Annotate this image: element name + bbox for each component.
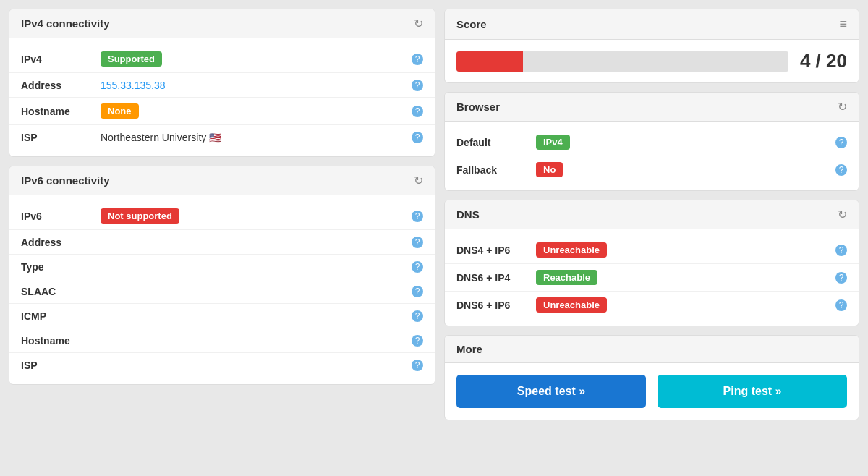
ipv6-slaac-help-icon[interactable] [412,285,423,297]
browser-fallback-value: No [536,162,830,177]
table-row: Type [9,255,435,279]
ipv6-hostname-help-icon[interactable] [412,334,423,347]
browser-card: Browser Default IPv4 Fallback No [444,92,859,191]
ipv6-refresh-icon[interactable] [414,174,423,187]
ipv6-card-body: IPv6 Not supported Address Type [9,195,435,384]
ipv6-address-label: Address [21,237,101,248]
table-row: DNS4 + IP6 Unreachable [445,237,859,264]
ipv6-label: IPv6 [21,211,101,222]
dns-card-body: DNS4 + IP6 Unreachable DNS6 + IP4 Reacha… [445,229,859,326]
ipv4-refresh-icon[interactable] [414,17,423,30]
dns6-ip6-value: Unreachable [536,297,830,313]
dns6-ip6-help-icon[interactable] [835,299,847,311]
dns-refresh-icon[interactable] [838,208,847,221]
ipv6-type-help-icon[interactable] [412,260,423,273]
score-card: Score 4 / 20 [444,9,859,83]
ipv6-icmp-label: ICMP [21,310,101,322]
table-row: IPv4 Supported [9,46,435,73]
more-card: More Speed test » Ping test » [444,335,859,420]
browser-fallback-label: Fallback [456,164,536,176]
score-card-title: Score [456,18,487,30]
ipv6-value: Not supported [101,208,406,224]
left-column: IPv4 connectivity IPv4 Supported Address… [9,9,435,467]
ipv4-hostname-badge: None [101,103,139,119]
ipv6-isp-label: ISP [21,360,101,371]
score-bar-track [456,51,788,72]
table-row: ISP Northeastern University 🇺🇸 [9,125,435,149]
ipv6-icmp-help-icon[interactable] [412,310,423,322]
browser-card-body: Default IPv4 Fallback No [445,122,859,190]
dns4-ip6-label: DNS4 + IP6 [456,245,536,256]
dns4-ip6-badge: Unreachable [536,242,607,258]
ipv4-supported-badge: Supported [101,51,162,67]
dns4-ip6-value: Unreachable [536,242,830,258]
table-row: Address 155.33.135.38 [9,73,435,98]
table-row: DNS6 + IP4 Reachable [445,264,859,292]
dns6-ip4-value: Reachable [536,270,830,285]
table-row: ICMP [9,304,435,328]
browser-default-help-icon[interactable] [835,136,847,148]
dns-card: DNS DNS4 + IP6 Unreachable DNS6 + IP4 Re… [444,200,859,326]
ipv4-hostname-label: Hostname [21,106,101,117]
table-row: IPv6 Not supported [9,203,435,230]
table-row: SLAAC [9,279,435,304]
dns6-ip4-label: DNS6 + IP4 [456,272,536,284]
ipv4-hostname-value: None [101,103,406,119]
dns4-ip6-help-icon[interactable] [835,244,847,256]
ipv6-address-help-icon[interactable] [412,236,423,248]
table-row: ISP [9,353,435,377]
ipv4-address-help-icon[interactable] [412,79,423,91]
browser-card-header: Browser [445,93,859,122]
dns6-ip4-badge: Reachable [536,270,597,285]
ipv4-address-value: 155.33.135.38 [101,80,406,91]
browser-fallback-badge: No [536,162,563,177]
table-row: DNS6 + IP6 Unreachable [445,292,859,318]
score-card-header: Score [445,9,859,40]
dns6-ip6-badge: Unreachable [536,297,607,313]
browser-default-label: Default [456,137,536,148]
ipv6-card: IPv6 connectivity IPv6 Not supported Add… [9,166,435,385]
right-column: Score 4 / 20 Browser Default IPv4 [444,9,859,467]
score-value: 4 / 20 [800,50,847,72]
dns6-ip4-help-icon[interactable] [835,271,847,284]
ipv4-address-link[interactable]: 155.33.135.38 [101,80,166,91]
dns-card-header: DNS [445,200,859,229]
table-row: Hostname None [9,98,435,125]
ping-test-button[interactable]: Ping test » [658,375,847,408]
ipv4-card-title: IPv4 connectivity [21,17,110,30]
score-bar-fill [456,51,523,72]
browser-card-title: Browser [456,101,500,113]
ipv4-value: Supported [101,51,406,67]
ipv6-isp-help-icon[interactable] [412,359,423,371]
table-row: Default IPv4 [445,129,859,156]
browser-default-badge: IPv4 [536,135,570,150]
dns-card-title: DNS [456,208,480,221]
browser-fallback-help-icon[interactable] [835,163,847,176]
speed-test-button[interactable]: Speed test » [456,375,646,408]
ipv6-card-header: IPv6 connectivity [9,166,435,195]
ipv4-address-label: Address [21,80,101,91]
ipv6-hostname-label: Hostname [21,335,101,347]
ipv4-isp-help-icon[interactable] [412,131,423,143]
table-row: Fallback No [445,156,859,183]
ipv4-help-icon[interactable] [412,53,423,65]
table-row: Address [9,230,435,255]
ipv4-label: IPv4 [21,54,101,65]
more-card-header: More [445,336,859,363]
browser-default-value: IPv4 [536,135,830,150]
dns6-ip6-label: DNS6 + IP6 [456,299,536,311]
ipv4-hostname-help-icon[interactable] [412,105,423,117]
browser-refresh-icon[interactable] [838,100,847,114]
more-card-body: Speed test » Ping test » [445,363,859,420]
ipv6-card-title: IPv6 connectivity [21,174,110,187]
table-row: Hostname [9,328,435,353]
main-container: IPv4 connectivity IPv4 Supported Address… [0,0,868,476]
score-list-icon[interactable] [839,17,847,32]
ipv6-not-supported-badge: Not supported [101,208,179,224]
ipv4-card-header: IPv4 connectivity [9,9,435,38]
ipv4-card: IPv4 connectivity IPv4 Supported Address… [9,9,435,157]
ipv6-type-label: Type [21,261,101,273]
ipv4-card-body: IPv4 Supported Address 155.33.135.38 [9,38,435,156]
more-card-title: More [456,343,482,355]
ipv6-help-icon[interactable] [412,210,423,222]
